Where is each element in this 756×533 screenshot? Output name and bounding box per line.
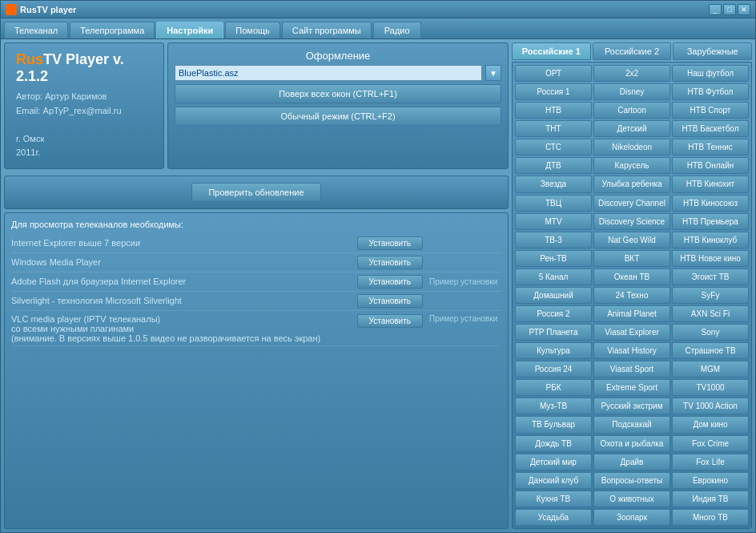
channel-button[interactable]: Nikelodeon — [593, 139, 670, 155]
channel-button[interactable]: НТВ Киноклуб — [672, 232, 749, 248]
channel-button[interactable]: Океан ТВ — [593, 269, 670, 285]
tab-teleprogramma[interactable]: Телепрограмма — [70, 22, 155, 38]
channel-button[interactable]: MGM — [672, 361, 749, 378]
install-vlc-button[interactable]: Установить — [357, 314, 424, 328]
channel-button[interactable]: Дом кино — [672, 416, 749, 433]
channel-button[interactable]: TV 1000 Action — [672, 398, 749, 414]
theme-picker-button[interactable]: ▼ — [485, 65, 501, 81]
tab-pomosh[interactable]: Помощь — [225, 22, 280, 38]
channel-button[interactable]: Nat Geo Wild — [593, 232, 670, 248]
channel-button[interactable]: Еврокино — [672, 472, 749, 489]
channel-button[interactable]: СТС — [515, 139, 592, 155]
channel-button[interactable]: 24 Техно — [593, 287, 670, 304]
theme-input-row: ▼ — [175, 65, 501, 81]
theme-input[interactable] — [175, 65, 482, 81]
tab-rossiyskie2[interactable]: Российские 2 — [593, 42, 672, 60]
normal-mode-button[interactable]: Обычный режим (CTRL+F2) — [175, 107, 501, 126]
install-ie-button[interactable]: Установить — [357, 236, 424, 250]
channel-button[interactable]: Viasat Explorer — [593, 324, 670, 341]
channel-button[interactable]: Данский клуб — [515, 472, 592, 489]
install-flash-button[interactable]: Установить — [357, 275, 424, 289]
tab-nastroyki[interactable]: Настройки — [156, 22, 223, 38]
channel-button[interactable]: Animal Planet — [593, 305, 670, 322]
channel-button[interactable]: Вопросы-ответы — [593, 472, 670, 489]
tab-radio[interactable]: Радио — [373, 22, 421, 38]
channel-button[interactable]: Много ТВ — [672, 509, 749, 526]
channel-button[interactable]: ТНТ — [515, 120, 592, 137]
channel-button[interactable]: Детский мир — [515, 454, 592, 470]
channel-button[interactable]: НТВ Премьера — [672, 213, 749, 230]
channel-button[interactable]: Зоопарк — [593, 509, 670, 526]
channel-button[interactable]: НТВ Футбол — [672, 83, 749, 100]
tab-rossiyskie1[interactable]: Российские 1 — [512, 42, 591, 60]
minimize-button[interactable]: _ — [709, 4, 722, 15]
channel-button[interactable]: Viasat Sport — [593, 361, 670, 378]
topmost-button[interactable]: Поверх всех окон (CTRL+F1) — [175, 84, 501, 103]
channel-button[interactable]: НТВ Баскетбол — [672, 120, 749, 137]
channel-button[interactable]: НТВ Онлайн — [672, 157, 749, 174]
channel-button[interactable]: Fox Crime — [672, 435, 749, 452]
channel-button[interactable]: Extreme Sport — [593, 379, 670, 396]
channel-button[interactable]: Дождь ТВ — [515, 435, 592, 452]
channel-button[interactable]: ТВ Бульвар — [515, 416, 592, 433]
channel-button[interactable]: РБК — [515, 379, 592, 396]
channel-button[interactable]: Discovery Science — [593, 213, 670, 230]
channel-button[interactable]: Эгоист ТВ — [672, 269, 749, 285]
channel-button[interactable]: Страшное ТВ — [672, 342, 749, 359]
channel-button[interactable]: ОРТ — [515, 65, 592, 82]
channel-button[interactable]: Подскакай — [593, 416, 670, 433]
channel-button[interactable]: TV1000 — [672, 379, 749, 396]
tab-telekanal[interactable]: Телеканал — [4, 22, 68, 38]
channel-button[interactable]: Sony — [672, 324, 749, 341]
req-label-wmp: Windows Media Player — [11, 257, 357, 267]
channel-button[interactable]: Карусель — [593, 157, 670, 174]
channel-button[interactable]: Россия 2 — [515, 305, 592, 322]
install-silverlight-button[interactable]: Установить — [357, 294, 424, 308]
channel-button[interactable]: Индия ТВ — [672, 491, 749, 507]
channel-button[interactable]: НТВ Теннис — [672, 139, 749, 155]
channel-button[interactable]: Детский — [593, 120, 670, 137]
channel-button[interactable]: ТВ-3 — [515, 232, 592, 248]
channel-button[interactable]: НТВ Киносоюз — [672, 195, 749, 212]
channel-button[interactable]: AXN Sci Fi — [672, 305, 749, 322]
channel-button[interactable]: Россия 1 — [515, 83, 592, 100]
channel-button[interactable]: НТВ — [515, 102, 592, 119]
channel-button[interactable]: ДТВ — [515, 157, 592, 174]
channel-button[interactable]: НТВ Спорт — [672, 102, 749, 119]
channel-button[interactable]: Охота и рыбалка — [593, 435, 670, 452]
tab-zarubezhnye[interactable]: Зарубежные — [673, 42, 752, 60]
channel-button[interactable]: НТВ Новое кино — [672, 250, 749, 267]
channel-button[interactable]: 5 Канал — [515, 269, 592, 285]
channel-button[interactable]: Драйв — [593, 454, 670, 470]
install-wmp-button[interactable]: Установить — [357, 256, 424, 269]
channel-button[interactable]: Россия 24 — [515, 361, 592, 378]
channel-button[interactable]: О животных — [593, 491, 670, 507]
channel-button[interactable]: Звезда — [515, 176, 592, 192]
restore-button[interactable]: □ — [723, 4, 736, 15]
channel-button[interactable]: Русский экстрим — [593, 398, 670, 414]
channel-button[interactable]: РТР Планета — [515, 324, 592, 341]
channel-button[interactable]: Disney — [593, 83, 670, 100]
channel-button[interactable]: Усадьба — [515, 509, 592, 526]
channel-button[interactable]: Наш футбол — [672, 65, 749, 82]
channel-button[interactable]: SyFy — [672, 287, 749, 304]
channel-button[interactable]: Домашний — [515, 287, 592, 304]
channel-button[interactable]: Fox Life — [672, 454, 749, 470]
channel-button[interactable]: НТВ Кинохит — [672, 176, 749, 192]
channel-button[interactable]: ВКТ — [593, 250, 670, 267]
channel-button[interactable]: 2x2 — [593, 65, 670, 82]
channel-button[interactable]: ТВЦ — [515, 195, 592, 212]
channel-button[interactable]: Discovery Channel — [593, 195, 670, 212]
check-update-button[interactable]: Проверить обновление — [191, 183, 320, 202]
req-row-wmp: Windows Media Player Установить — [11, 253, 501, 273]
channel-button[interactable]: МТV — [515, 213, 592, 230]
channel-button[interactable]: Улыбка ребенка — [593, 176, 670, 192]
channel-button[interactable]: Cartoon — [593, 102, 670, 119]
tab-sayt[interactable]: Сайт программы — [282, 22, 372, 38]
channel-button[interactable]: Viasat History — [593, 342, 670, 359]
close-button[interactable]: ✕ — [738, 4, 750, 15]
channel-button[interactable]: Муз-ТВ — [515, 398, 592, 414]
channel-button[interactable]: Рен-ТВ — [515, 250, 592, 267]
channel-button[interactable]: Кухня ТВ — [515, 491, 592, 507]
channel-button[interactable]: Культура — [515, 342, 592, 359]
